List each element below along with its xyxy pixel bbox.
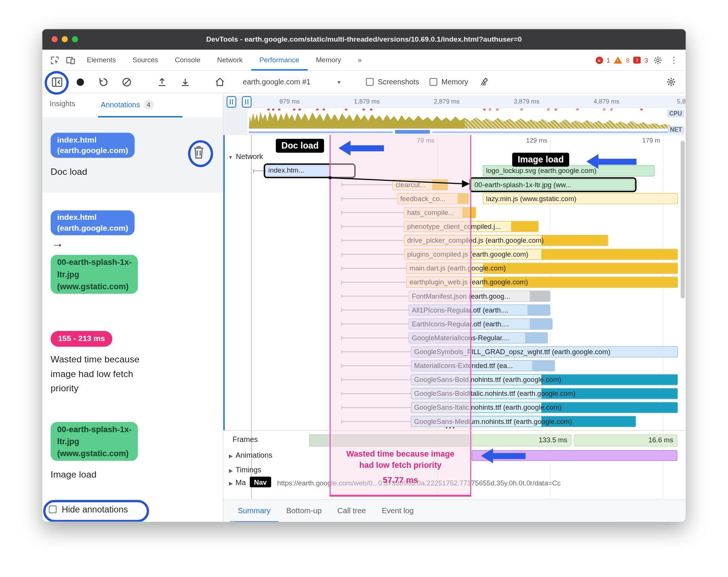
home-icon[interactable] xyxy=(213,75,226,89)
download-profile-icon[interactable] xyxy=(179,75,192,89)
request-whisker xyxy=(341,184,392,185)
annotation-pill-time-range[interactable]: 155 - 213 ms xyxy=(51,331,113,347)
frame-bar[interactable]: 16.6 ms xyxy=(574,434,677,446)
annotation-pill-splash-jpg[interactable]: 00-earth-splash-1x- ltr.jpg (www.gstatic… xyxy=(51,255,138,294)
target-selector[interactable]: earth.google.com #1 ▼ xyxy=(243,78,341,86)
network-request-bar[interactable]: lazy.min.js (www.gstatic.com) xyxy=(483,193,678,204)
device-toolbar-icon[interactable] xyxy=(63,50,78,71)
doc-load-callout: Doc load xyxy=(276,139,324,153)
grid-time-label: 129 ms xyxy=(508,137,548,144)
tabbar-status-cluster: × 1 ! 8 ! 3 ⋮ xyxy=(596,50,686,71)
more-tabs-icon[interactable]: » xyxy=(349,50,370,71)
issues-icon[interactable]: ! xyxy=(633,57,641,64)
network-request-bar[interactable]: drive_picker_compiled.js (earth.google.c… xyxy=(404,235,608,246)
animations-track-label[interactable]: ▶Animations xyxy=(229,451,272,460)
network-request-bar[interactable]: All1PIcons-Regular.otf (earth.... xyxy=(409,305,550,316)
annotations-sidebar: Insights Annotations4 index.html (earth.… xyxy=(42,93,224,522)
network-request-bar[interactable]: 00-earth-splash-1x-ltr.jpg (ww... xyxy=(471,179,635,191)
frame-bar[interactable] xyxy=(309,434,469,446)
network-request-bar[interactable]: GoogleSans-Italic.nohints.ttf (earth.goo… xyxy=(411,402,678,413)
frame-bar[interactable]: 133.5 ms xyxy=(472,434,572,446)
network-request-bar[interactable]: hats_compile... xyxy=(404,207,476,218)
tab-console[interactable]: Console xyxy=(167,50,209,71)
network-request-bar[interactable]: GoogleSans-Medium.nohints.ttf (earth.goo… xyxy=(411,416,636,427)
net-track-label: NET xyxy=(668,126,684,134)
tab-insights[interactable]: Insights xyxy=(50,100,75,108)
clear-icon[interactable] xyxy=(120,75,133,89)
toggle-sidebar-icon[interactable] xyxy=(51,75,64,89)
capture-settings-gear-icon[interactable] xyxy=(664,75,677,89)
network-request-bar[interactable]: GoogleMaterialIcons-Regular.... xyxy=(409,332,548,344)
reload-and-record-icon[interactable] xyxy=(97,75,110,89)
annotation-pill-splash-jpg-2[interactable]: 00-earth-splash-1x- ltr.jpg (www.gstatic… xyxy=(51,422,138,461)
waterfall-scrollbar[interactable] xyxy=(681,141,685,299)
annotation-label-doc-load: Doc load xyxy=(51,167,87,177)
request-download-segment xyxy=(530,291,550,301)
warning-icon[interactable]: ! xyxy=(614,57,622,64)
frames-track-label[interactable]: Frames xyxy=(233,435,258,443)
request-download-segment xyxy=(432,180,448,190)
hide-annotations-checkbox[interactable] xyxy=(49,505,57,513)
network-request-bar[interactable]: index.htm... xyxy=(266,165,354,176)
nav-marker[interactable]: Nav xyxy=(250,477,271,487)
timeline-minimap[interactable]: CPU NET xyxy=(223,108,686,135)
settings-gear-icon[interactable] xyxy=(652,56,664,65)
wasted-line1: Wasted time because image xyxy=(329,448,471,460)
tab-annotations[interactable]: Annotations4 xyxy=(101,100,153,110)
tab-elements[interactable]: Elements xyxy=(78,50,124,71)
request-label: GoogleSans-Italic.nohints.ttf (earth.goo… xyxy=(414,403,562,411)
network-request-bar[interactable]: phenotype_client_compiled.j... xyxy=(404,221,538,232)
request-label: GoogleSans-Bold.nohints.ttf (earth.googl… xyxy=(414,376,561,383)
memory-checkbox[interactable] xyxy=(429,78,437,86)
right-window-handle[interactable] xyxy=(242,96,252,108)
network-request-bar[interactable]: logo_lockup.svg (earth.google.com) xyxy=(483,165,655,176)
request-whisker xyxy=(341,393,411,394)
bottom-tab-event-log[interactable]: Event log xyxy=(374,500,421,522)
screenshots-checkbox[interactable] xyxy=(366,78,374,86)
network-request-bar[interactable]: GoogleSans-Bold.nohints.ttf (earth.googl… xyxy=(411,374,678,385)
memory-toggle[interactable]: Memory xyxy=(429,78,468,86)
main-track-label[interactable]: ▶Ma xyxy=(229,479,246,487)
request-whisker xyxy=(341,337,408,338)
screenshots-toggle[interactable]: Screenshots xyxy=(366,78,419,86)
network-request-bar[interactable]: earthplugin_web.js (earth.google.com) xyxy=(406,276,678,288)
request-label: lazy.min.js (www.gstatic.com) xyxy=(486,194,576,202)
request-whisker xyxy=(341,352,411,352)
record-button[interactable] xyxy=(74,75,87,89)
network-request-bar[interactable]: main.dart.js (earth.google.com) xyxy=(406,263,678,274)
tab-performance[interactable]: Performance xyxy=(251,50,308,71)
upload-profile-icon[interactable] xyxy=(155,75,168,89)
bottom-tab-call-tree[interactable]: Call tree xyxy=(329,500,374,522)
main-label: Ma xyxy=(236,479,246,487)
network-track-header[interactable]: ▼Network xyxy=(228,153,263,161)
bottom-tabbar: SummaryBottom-upCall treeEvent log xyxy=(223,499,686,522)
tab-sources[interactable]: Sources xyxy=(124,50,167,71)
left-window-handle[interactable] xyxy=(227,96,236,108)
inspect-element-icon[interactable] xyxy=(47,50,63,71)
network-request-bar[interactable]: feedback_co... xyxy=(397,193,469,204)
delete-annotation-icon[interactable] xyxy=(192,144,206,160)
network-request-bar[interactable]: plugins_compiled.js (earth.google.com) xyxy=(404,249,678,260)
network-request-bar[interactable]: GoogleSymbols_FILL_GRAD_opsz_wght.ttf (e… xyxy=(411,346,678,358)
annotation-pill-index-html-2[interactable]: index.html (earth.google.com) xyxy=(51,210,135,235)
network-request-bar[interactable]: MaterialIcons-Extended.ttf (ea... xyxy=(411,360,555,371)
tab-memory[interactable]: Memory xyxy=(308,50,350,71)
network-request-bar[interactable]: clearcut... xyxy=(392,179,448,191)
ruler-time-label: 4,879 ms xyxy=(578,98,619,105)
timings-track-label[interactable]: ▶Timings xyxy=(229,466,261,474)
annotation-pill-index-html[interactable]: index.html (earth.google.com) xyxy=(51,133,135,158)
request-whisker xyxy=(341,226,404,227)
error-icon[interactable]: × xyxy=(596,56,603,64)
bottom-tab-summary[interactable]: Summary xyxy=(230,500,278,522)
request-download-segment xyxy=(541,249,677,259)
network-request-bar[interactable]: FontManifest.json (earth.goog... xyxy=(409,290,550,302)
kebab-menu-icon[interactable]: ⋮ xyxy=(668,55,680,65)
collect-garbage-icon[interactable] xyxy=(478,75,492,89)
network-request-bar[interactable]: EarthIcons-Regular.otf (earth.... xyxy=(409,319,553,330)
request-label: FontManifest.json (earth.goog... xyxy=(412,292,510,300)
tab-network[interactable]: Network xyxy=(209,50,251,71)
bottom-tab-bottom-up[interactable]: Bottom-up xyxy=(278,500,329,522)
network-request-bar[interactable]: GoogleSans-BoldItalic.nohints.ttf (earth… xyxy=(411,388,678,399)
overflow-ellipsis[interactable]: ... xyxy=(445,420,456,430)
request-download-segment xyxy=(530,319,552,329)
